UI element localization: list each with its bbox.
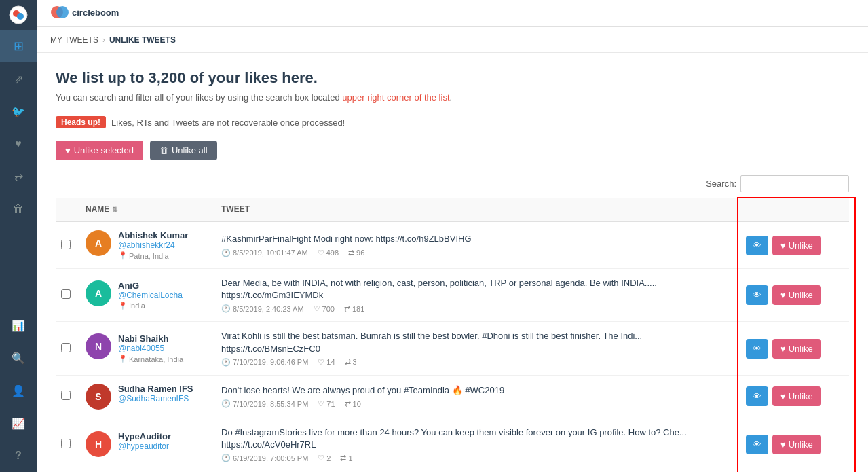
subtitle-highlight-link[interactable]: upper right corner of the list (342, 92, 449, 103)
unlike-button[interactable]: ♥ Unlike (772, 435, 821, 454)
tweet-meta: 🕐6/19/2019, 7:00:05 PM ♡2 ⇄1 (221, 454, 735, 462)
action-buttons: ♥ Unlike selected 🗑 Unlike all (56, 141, 849, 160)
heart-unlike-icon: ♥ (780, 344, 786, 354)
alert-badge: Heads up! (56, 116, 106, 128)
tweet-meta: 🕐7/10/2019, 8:55:34 PM ♡71 ⇄10 (221, 399, 735, 408)
actions-cell: 👁 ♥ Unlike (746, 435, 844, 454)
display-name: HypeAuditor (118, 431, 171, 441)
row-checkbox-2[interactable] (61, 289, 71, 299)
view-button[interactable]: 👁 (746, 339, 768, 359)
sidebar-item-search[interactable]: 🔍 (0, 342, 37, 374)
retweet-icon: ⇄ (14, 170, 23, 183)
clock-icon: 🕐 (221, 454, 231, 462)
display-name: Nabi Shaikh (118, 333, 183, 344)
username: @abhishekkr24 (118, 240, 188, 250)
location: 📍India (118, 302, 183, 310)
tweet-text: Do #InstagramStories live for more than … (221, 426, 735, 451)
sidebar-item-share[interactable]: ⇗ (0, 62, 37, 95)
tweet-likes: ♡2 (318, 454, 331, 462)
retweet-meta-icon: ⇄ (348, 249, 354, 257)
user-info: A AniG @ChemicalLocha 📍India (86, 280, 210, 310)
sidebar-logo (2, 0, 35, 30)
table-row: A AniG @ChemicalLocha 📍India Dear Media,… (56, 269, 849, 322)
location: 📍Patna, India (118, 251, 188, 260)
svg-point-2 (17, 13, 24, 20)
alert-text: Likes, RTs and Tweets are not recoverabl… (111, 117, 345, 128)
subtitle-text-after: . (450, 92, 453, 103)
col-header-name: NAME ⇅ (80, 198, 216, 221)
unlike-all-button[interactable]: 🗑 Unlike all (150, 141, 217, 160)
pin-icon: 📍 (118, 251, 128, 260)
sidebar-item-twitter[interactable]: 🐦 (0, 95, 37, 128)
retweet-meta-icon: ⇄ (345, 399, 351, 408)
tweet-text: Dear Media, be with INDIA, not with reli… (221, 277, 735, 302)
row-checkbox-3[interactable] (61, 343, 71, 352)
row-checkbox-1[interactable] (61, 240, 71, 249)
table-search-bar: Search: (56, 175, 849, 192)
location: 📍Karnataka, India (118, 355, 183, 363)
retweet-meta-icon: ⇄ (340, 454, 346, 462)
heart-meta-icon: ♡ (318, 454, 324, 462)
username: @SudhaRamenIFS (118, 394, 193, 403)
view-button[interactable]: 👁 (746, 236, 768, 255)
unlike-selected-button[interactable]: ♥ Unlike selected (56, 141, 143, 160)
sidebar-item-retweet[interactable]: ⇄ (0, 160, 37, 193)
sidebar-item-user[interactable]: 👤 (0, 374, 37, 407)
tweet-likes: ♡498 (318, 249, 339, 257)
pin-icon: 📍 (118, 355, 128, 363)
sidebar-item-analytics[interactable]: 📊 (0, 309, 37, 342)
row-actions-cell: 👁 ♥ Unlike (740, 375, 849, 418)
col-header-check (56, 198, 80, 221)
page-subtitle: You can search and filter all of your li… (56, 92, 849, 103)
row-checkbox-cell (56, 375, 80, 418)
analytics-icon: 📊 (12, 319, 25, 332)
grid-icon: ⊞ (14, 39, 24, 54)
unlike-button[interactable]: ♥ Unlike (772, 339, 821, 359)
sort-name-icon[interactable]: ⇅ (112, 206, 117, 213)
row-checkbox-cell (56, 221, 80, 269)
sidebar-item-help[interactable]: ? (0, 439, 37, 472)
col-header-tweet: TWEET (216, 198, 740, 221)
sidebar-item-home[interactable]: ⊞ (0, 30, 37, 62)
row-tweet-cell: Virat Kohli is still the best batsman. B… (216, 322, 740, 375)
unlike-button[interactable]: ♥ Unlike (772, 236, 821, 255)
share-icon: ⇗ (14, 73, 23, 86)
username: @ChemicalLocha (118, 291, 183, 300)
row-tweet-cell: Don't lose hearts! We are always proud o… (216, 375, 740, 418)
row-user-cell: A Abhishek Kumar @abhishekkr24 📍Patna, I… (80, 221, 216, 269)
sidebar-item-heart[interactable]: ♥ (0, 128, 37, 160)
table-row: A Abhishek Kumar @abhishekkr24 📍Patna, I… (56, 221, 849, 269)
tweet-meta: 🕐8/5/2019, 2:40:23 AM ♡700 ⇄181 (221, 304, 735, 313)
tweet-date: 🕐8/5/2019, 10:01:47 AM (221, 249, 308, 257)
tweet-retweets: ⇄181 (344, 304, 364, 313)
unlike-selected-label: Unlike selected (74, 145, 134, 156)
actions-cell: 👁 ♥ Unlike (746, 339, 844, 359)
alert-bar: Heads up! Likes, RTs and Tweets are not … (56, 116, 849, 128)
sidebar-item-barchart[interactable]: 📈 (0, 407, 37, 439)
clock-icon: 🕐 (221, 399, 231, 408)
view-button[interactable]: 👁 (746, 386, 768, 406)
view-button[interactable]: 👁 (746, 435, 768, 454)
tweet-date: 🕐7/10/2019, 8:55:34 PM (221, 399, 308, 408)
row-checkbox-cell (56, 322, 80, 375)
col-header-actions (740, 198, 849, 221)
user-info: S Sudha Ramen IFS @SudhaRamenIFS (86, 384, 210, 410)
search-input[interactable] (740, 175, 849, 192)
tweet-date: 🕐8/5/2019, 2:40:23 AM (221, 304, 304, 313)
tweets-table-container: Search: NAME ⇅ TWEET (56, 175, 849, 472)
view-button[interactable]: 👁 (746, 285, 768, 305)
row-user-cell: S Sudha Ramen IFS @SudhaRamenIFS (80, 375, 216, 418)
row-checkbox-5[interactable] (61, 439, 71, 448)
unlike-button[interactable]: ♥ Unlike (772, 386, 821, 406)
unlike-button[interactable]: ♥ Unlike (772, 285, 821, 305)
clock-icon: 🕐 (221, 249, 231, 257)
heart-meta-icon: ♡ (318, 399, 324, 408)
sidebar-item-trash[interactable]: 🗑 (0, 193, 37, 225)
breadcrumb-parent[interactable]: MY TWEETS (50, 35, 98, 45)
page-title: We list up to 3,200 of your likes here. (56, 69, 849, 87)
row-checkbox-4[interactable] (61, 391, 71, 400)
search-circle-icon: 🔍 (12, 352, 25, 365)
retweet-meta-icon: ⇄ (344, 304, 350, 313)
unlike-all-label: Unlike all (172, 145, 208, 156)
avatar: N (86, 333, 111, 359)
